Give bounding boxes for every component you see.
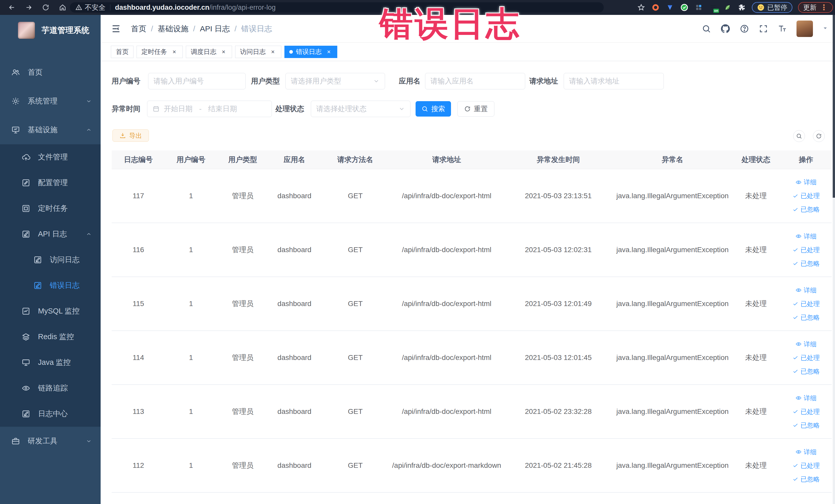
github-icon[interactable] bbox=[720, 24, 730, 34]
sidebar-item-API 日志[interactable]: API 日志 bbox=[0, 221, 101, 247]
breadcrumb-item[interactable]: 基础设施 bbox=[158, 24, 188, 34]
tab-调度日志[interactable]: 调度日志× bbox=[186, 46, 232, 58]
cell-请求方法名: GET bbox=[320, 331, 390, 385]
action-label: 已处理 bbox=[801, 300, 820, 308]
docs-question-icon[interactable] bbox=[739, 24, 749, 34]
sidebar-item-访问日志[interactable]: 访问日志 bbox=[0, 247, 101, 273]
sidebar-item-定时任务[interactable]: 定时任务 bbox=[0, 196, 101, 221]
chevron-down-icon bbox=[399, 105, 405, 112]
tab-close-icon[interactable]: × bbox=[269, 48, 277, 56]
tab-错误日志[interactable]: 错误日志× bbox=[284, 46, 337, 58]
action-link-已忽略[interactable]: 已忽略 bbox=[792, 205, 820, 214]
process-status-select[interactable]: 请选择处理状态 bbox=[311, 101, 410, 117]
sidebar-menu: 首页系统管理基础设施文件管理配置管理定时任务API 日志访问日志错误日志MySQ… bbox=[0, 58, 101, 456]
sidebar-item-链路追踪[interactable]: 链路追踪 bbox=[0, 375, 101, 401]
action-label: 已处理 bbox=[801, 191, 820, 200]
table-row: 1131管理员dashboardGET/api/infra/db-doc/exp… bbox=[111, 385, 832, 439]
cell-异常名: java.lang.IllegalArgumentException bbox=[613, 223, 732, 277]
action-link-详细[interactable]: 详细 bbox=[795, 448, 816, 456]
breadcrumb-item[interactable]: 首页 bbox=[131, 24, 146, 34]
user-id-input[interactable] bbox=[148, 73, 246, 89]
avatar-caret-down-icon[interactable] bbox=[822, 25, 828, 32]
stack-icon bbox=[22, 332, 30, 341]
sidebar-item-首页[interactable]: 首页 bbox=[0, 58, 101, 87]
search-button[interactable]: 搜索 bbox=[415, 101, 451, 117]
action-link-已处理[interactable]: 已处理 bbox=[792, 354, 820, 362]
sidebar-item-错误日志[interactable]: 错误日志 bbox=[0, 273, 101, 298]
reset-button[interactable]: 重置 bbox=[457, 101, 494, 117]
page-scrollbar[interactable] bbox=[833, 15, 835, 504]
tab-close-icon[interactable]: × bbox=[171, 48, 178, 56]
action-link-已处理[interactable]: 已处理 bbox=[792, 246, 820, 254]
sidebar-item-研发工具[interactable]: 研发工具 bbox=[0, 427, 101, 456]
tab-首页[interactable]: 首页 bbox=[111, 46, 134, 58]
action-link-详细[interactable]: 详细 bbox=[795, 340, 816, 348]
browser-back-icon[interactable] bbox=[7, 2, 17, 13]
action-link-已处理[interactable]: 已处理 bbox=[792, 300, 820, 308]
action-link-已处理[interactable]: 已处理 bbox=[792, 461, 820, 470]
user-type-select[interactable]: 请选择用户类型 bbox=[285, 73, 385, 89]
browser-reload-icon[interactable] bbox=[41, 2, 51, 13]
action-link-已忽略[interactable]: 已忽略 bbox=[792, 475, 820, 483]
profile-paused-chip[interactable]: 已暂停 bbox=[752, 2, 792, 13]
fullscreen-icon[interactable] bbox=[758, 24, 768, 34]
extension-dark-on-icon[interactable]: on bbox=[709, 3, 717, 12]
tab-close-icon[interactable]: × bbox=[220, 48, 227, 56]
request-url-input[interactable] bbox=[564, 73, 664, 89]
extension-green-leaf-icon[interactable] bbox=[723, 3, 732, 12]
sidebar-item-label: 配置管理 bbox=[38, 178, 68, 188]
extensions-puzzle-icon[interactable] bbox=[737, 3, 746, 12]
app-name-input[interactable] bbox=[425, 73, 525, 89]
cell-日志编号: 114 bbox=[111, 331, 165, 385]
exception-time-range-picker[interactable]: 开始日期 - 结束日期 bbox=[147, 101, 272, 117]
sidebar-item-日志中心[interactable]: 日志中心 bbox=[0, 401, 101, 427]
sidebar-item-文件管理[interactable]: 文件管理 bbox=[0, 144, 101, 170]
extension-green-check-icon[interactable] bbox=[680, 3, 689, 12]
browser-menu-dots-icon[interactable]: ⋮ bbox=[820, 6, 828, 9]
header-search-icon[interactable] bbox=[701, 24, 711, 34]
extension-blue-gem-icon[interactable] bbox=[666, 3, 674, 12]
user-avatar[interactable] bbox=[796, 21, 813, 37]
sidebar-item-MySQL 监控[interactable]: MySQL 监控 bbox=[0, 298, 101, 324]
tab-访问日志[interactable]: 访问日志× bbox=[235, 46, 281, 58]
browser-update-button[interactable]: 更新 ⋮ bbox=[798, 2, 833, 13]
sidebar-item-Java 监控[interactable]: Java 监控 bbox=[0, 350, 101, 375]
action-link-已忽略[interactable]: 已忽略 bbox=[792, 367, 820, 376]
address-bar[interactable]: 不安全 dashboard.yudao.iocoder.cn /infra/lo… bbox=[70, 2, 604, 13]
tab-定时任务[interactable]: 定时任务× bbox=[137, 46, 183, 58]
cell-用户类型: 管理员 bbox=[217, 385, 268, 439]
sidebar-item-Redis 监控[interactable]: Redis 监控 bbox=[0, 324, 101, 350]
browser-home-icon[interactable] bbox=[58, 2, 68, 13]
extension-grid-icon[interactable] bbox=[694, 3, 703, 12]
action-link-已忽略[interactable]: 已忽略 bbox=[792, 313, 820, 322]
check-icon bbox=[792, 476, 798, 482]
export-button[interactable]: 导出 bbox=[113, 129, 149, 142]
tab-close-icon[interactable]: × bbox=[325, 48, 332, 56]
action-link-详细[interactable]: 详细 bbox=[795, 178, 816, 186]
breadcrumb-item[interactable]: API 日志 bbox=[200, 24, 230, 34]
chevron-up-icon bbox=[86, 127, 92, 133]
sidebar-item-配置管理[interactable]: 配置管理 bbox=[0, 170, 101, 196]
scrollbar-thumb[interactable] bbox=[833, 15, 835, 198]
font-size-icon[interactable] bbox=[777, 24, 787, 34]
action-link-详细[interactable]: 详细 bbox=[795, 394, 816, 402]
bookmark-star-icon[interactable] bbox=[637, 3, 646, 12]
action-link-已忽略[interactable]: 已忽略 bbox=[792, 259, 820, 268]
cell-请求方法名: GET bbox=[320, 385, 390, 439]
sidebar-item-基础设施[interactable]: 基础设施 bbox=[0, 116, 101, 144]
cell-异常发生时间: 2021-05-03 12:01:49 bbox=[503, 277, 613, 331]
browser-forward-icon[interactable] bbox=[24, 2, 34, 13]
refresh-circle-button[interactable] bbox=[813, 130, 825, 142]
toggle-search-circle-button[interactable] bbox=[793, 130, 805, 142]
action-link-已处理[interactable]: 已处理 bbox=[792, 191, 820, 200]
sidebar-item-系统管理[interactable]: 系统管理 bbox=[0, 87, 101, 116]
action-link-详细[interactable]: 详细 bbox=[795, 286, 816, 295]
sidebar-toggle-hamburger-icon[interactable] bbox=[111, 24, 121, 34]
action-link-已忽略[interactable]: 已忽略 bbox=[792, 421, 820, 429]
extension-orange-ring-icon[interactable] bbox=[651, 3, 660, 12]
action-link-已处理[interactable]: 已处理 bbox=[792, 407, 820, 416]
column-header-请求地址: 请求地址 bbox=[390, 150, 503, 169]
app-logo[interactable]: 芋道管理系统 bbox=[0, 15, 101, 46]
action-link-详细[interactable]: 详细 bbox=[795, 232, 816, 241]
cell-应用名: dashboard bbox=[268, 277, 320, 331]
